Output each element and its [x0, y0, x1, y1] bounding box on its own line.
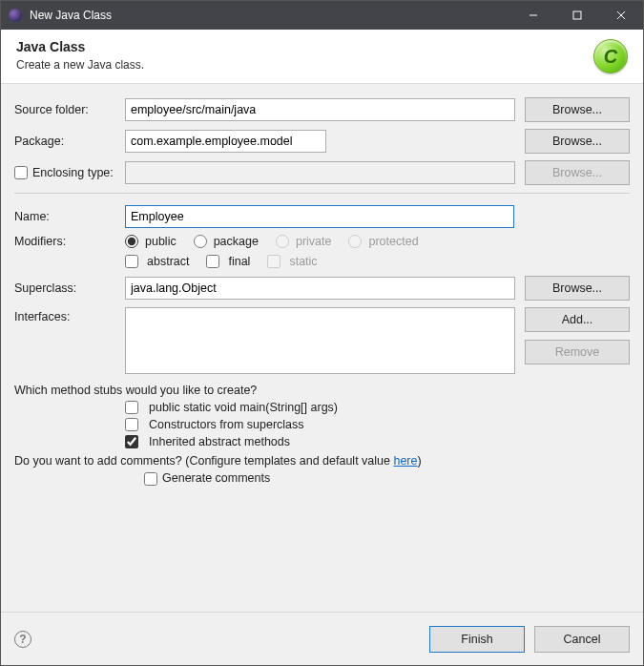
name-label: Name:	[14, 210, 125, 223]
header-title: Java Class	[16, 39, 628, 54]
help-icon[interactable]: ?	[14, 631, 31, 648]
form-body: Source folder: Browse... Package: Browse…	[1, 84, 643, 612]
package-browse-button[interactable]: Browse...	[525, 129, 630, 154]
modifiers-label: Modifiers:	[14, 235, 125, 248]
modifier-static-checkbox: static	[267, 255, 317, 268]
title-bar: New Java Class	[1, 1, 643, 30]
stub-inherited-checkbox[interactable]	[125, 435, 138, 448]
modifier-public-radio[interactable]: public	[125, 235, 177, 248]
minimize-button[interactable]	[511, 1, 555, 30]
name-input[interactable]	[125, 205, 514, 228]
enclosing-type-checkbox[interactable]	[14, 166, 28, 179]
modifier-abstract-checkbox[interactable]: abstract	[125, 255, 189, 268]
package-label: Package:	[14, 135, 125, 148]
svg-rect-1	[573, 11, 581, 19]
header-subtitle: Create a new Java class.	[16, 58, 628, 72]
stub-constructors-checkbox[interactable]	[125, 418, 138, 431]
generate-comments-checkbox[interactable]	[144, 472, 157, 486]
package-input[interactable]	[125, 130, 326, 153]
cancel-button[interactable]: Cancel	[534, 626, 630, 653]
maximize-button[interactable]	[555, 1, 599, 30]
stubs-question: Which method stubs would you like to cre…	[14, 384, 630, 397]
wizard-header: Java Class Create a new Java class. C	[1, 30, 643, 84]
close-button[interactable]	[599, 1, 643, 30]
modifier-protected-radio: protected	[348, 235, 418, 248]
comments-question: Do you want to add comments? (Configure …	[14, 454, 630, 468]
stub-constructors-label: Constructors from superclass	[149, 418, 304, 431]
superclass-browse-button[interactable]: Browse...	[525, 276, 630, 301]
superclass-label: Superclass:	[14, 281, 125, 295]
source-folder-input[interactable]	[125, 98, 515, 121]
generate-comments-label: Generate comments	[162, 471, 270, 485]
separator-1	[14, 193, 630, 194]
finish-button[interactable]: Finish	[429, 626, 525, 653]
modifier-final-checkbox[interactable]: final	[206, 255, 250, 268]
eclipse-icon	[9, 9, 22, 22]
interfaces-label: Interfaces:	[14, 307, 125, 323]
stub-inherited-label: Inherited abstract methods	[149, 435, 290, 448]
enclosing-type-input	[125, 161, 515, 184]
enclosing-type-label: Enclosing type:	[32, 166, 125, 179]
modifier-package-radio[interactable]: package	[194, 235, 259, 248]
class-icon: C	[593, 39, 628, 73]
source-folder-browse-button[interactable]: Browse...	[525, 97, 630, 122]
stub-main-checkbox[interactable]	[125, 401, 138, 414]
configure-here-link[interactable]: here	[393, 454, 417, 468]
footer: ? Finish Cancel	[1, 612, 643, 665]
window-title: New Java Class	[30, 9, 511, 22]
interfaces-add-button[interactable]: Add...	[525, 307, 630, 332]
modifier-private-radio: private	[276, 235, 332, 248]
source-folder-label: Source folder:	[14, 103, 125, 116]
interfaces-remove-button: Remove	[525, 340, 630, 364]
superclass-input[interactable]	[125, 277, 515, 300]
enclosing-type-browse-button: Browse...	[525, 160, 630, 185]
interfaces-list[interactable]	[125, 307, 515, 374]
stub-main-label: public static void main(String[] args)	[149, 401, 338, 414]
